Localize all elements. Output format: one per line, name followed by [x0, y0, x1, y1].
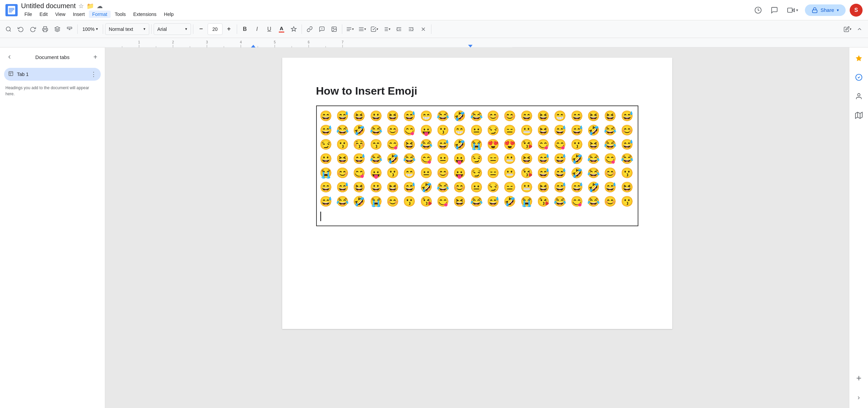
comment-button[interactable]: [768, 4, 780, 16]
title-bar-right: ▾ Share ▾ S: [752, 4, 863, 17]
bold-button[interactable]: B: [239, 23, 251, 35]
menu-edit[interactable]: Edit: [36, 11, 51, 18]
tab-menu-icon[interactable]: ⋮: [91, 71, 97, 78]
user-avatar[interactable]: S: [850, 4, 863, 17]
collapse-toolbar-button[interactable]: [854, 23, 865, 35]
emoji-content[interactable]: 😄 😅 😆 😀 😆 😅 😁 😂 🤣 😂 😊 😊 😄 😆 😁 😄 😆 😆 😅 😅 …: [316, 105, 638, 226]
menu-bar: File Edit View Insert Format Tools Exten…: [21, 11, 752, 18]
svg-rect-3: [9, 9, 14, 10]
menu-format[interactable]: Format: [89, 11, 111, 18]
style-selector[interactable]: Normal text ▾: [105, 23, 149, 35]
svg-rect-2: [9, 8, 14, 8]
emoji-row-6: 😄 😅 😆 😀 😆 😅 🤣 😂 😊 😐 😏 😑 😬 😆 😅 😅 🤣 😅 😆: [320, 180, 635, 194]
text-color-button[interactable]: A: [276, 23, 287, 35]
document-heading[interactable]: How to Insert Emoji: [316, 85, 638, 97]
svg-rect-4: [9, 10, 13, 11]
document-tabs-title: Document tabs: [35, 54, 70, 60]
underline-button[interactable]: U: [264, 23, 275, 35]
title-area: Untitled document ☆ 📁 ☁ File Edit View I…: [21, 2, 752, 18]
insert-comment-button[interactable]: [316, 23, 328, 35]
svg-rect-8: [788, 8, 792, 12]
svg-rect-5: [9, 12, 12, 12]
font-size-input[interactable]: [208, 23, 223, 35]
menu-file[interactable]: File: [21, 11, 36, 18]
collapse-panel-button[interactable]: ›: [852, 390, 866, 404]
highlight-color-button[interactable]: [288, 23, 300, 35]
video-call-button[interactable]: ▾: [785, 5, 801, 15]
history-button[interactable]: [752, 4, 764, 16]
zoom-value: 100%: [82, 26, 95, 32]
docs-logo-icon: [5, 4, 18, 16]
line-spacing-button[interactable]: ▾: [356, 23, 368, 35]
font-size-control: − +: [195, 23, 235, 35]
svg-text:7: 7: [342, 40, 344, 44]
svg-rect-9: [812, 10, 817, 13]
emoji-row-2: 😅 😂 🤣 😂 😊 😋 😛 😗 😁 😐 😏 😑 😬 😆 😅 😅 🤣 😂 😊: [320, 123, 635, 137]
spellcheck-button[interactable]: [52, 23, 63, 35]
italic-button[interactable]: I: [251, 23, 263, 35]
style-chevron-icon: ▾: [143, 27, 146, 31]
toolbar-divider-8: [431, 24, 431, 34]
menu-view[interactable]: View: [52, 11, 69, 18]
cloud-save-icon[interactable]: ☁: [97, 2, 103, 10]
document-title[interactable]: Untitled document: [21, 2, 76, 10]
svg-point-67: [857, 94, 860, 96]
menu-tools[interactable]: Tools: [111, 11, 129, 18]
font-value: Arial: [157, 26, 167, 32]
indent-increase-button[interactable]: [405, 23, 417, 35]
emoji-row-3: 😏 😗 😚 😙 😋 😆 😂 😅 🤣 😭 😍 😍 😘 😋 😋 😗 😆 😂 😅: [320, 137, 635, 152]
align-button[interactable]: ▾: [344, 23, 356, 35]
share-label: Share: [821, 7, 834, 13]
tasks-button[interactable]: [852, 71, 866, 84]
svg-marker-65: [855, 55, 862, 61]
toolbar-divider-1: [77, 24, 78, 34]
svg-text:3: 3: [206, 40, 208, 44]
notifications-button[interactable]: [852, 52, 866, 65]
title-bar: Untitled document ☆ 📁 ☁ File Edit View I…: [0, 0, 868, 20]
font-size-increase-button[interactable]: +: [223, 23, 235, 35]
insert-image-button[interactable]: [328, 23, 340, 35]
document-page[interactable]: How to Insert Emoji 😄 😅 😆 😀 😆 😅 😁 😂 🤣 😂 …: [282, 58, 672, 329]
clear-formatting-button[interactable]: [418, 23, 429, 35]
edit-mode-button[interactable]: ▾: [842, 23, 853, 35]
font-selector[interactable]: Arial ▾: [154, 23, 191, 35]
share-button[interactable]: Share ▾: [805, 4, 846, 16]
font-size-decrease-button[interactable]: −: [195, 23, 207, 35]
svg-marker-7: [792, 8, 794, 12]
zoom-selector[interactable]: 100% ▾: [80, 23, 101, 35]
folder-icon[interactable]: 📁: [86, 2, 94, 10]
right-panel: ›: [849, 47, 868, 408]
indent-decrease-button[interactable]: [393, 23, 405, 35]
search-button[interactable]: [3, 23, 14, 35]
paint-format-button[interactable]: [64, 23, 75, 35]
redo-button[interactable]: [27, 23, 39, 35]
main-layout: Document tabs + Tab 1 ⋮ Headings you add…: [0, 47, 868, 408]
maps-button[interactable]: [852, 109, 866, 122]
emoji-row-5: 😭 😊 😋 😛 😗 😁 😐 😊 😛 😏 😑 😬 😘 😅 😅 🤣 😂 😊 😗: [320, 166, 635, 180]
star-icon[interactable]: ☆: [78, 2, 84, 10]
svg-text:2: 2: [172, 40, 174, 44]
style-value: Normal text: [109, 26, 133, 32]
add-tab-button[interactable]: +: [90, 52, 101, 62]
list-button[interactable]: ▾: [381, 23, 392, 35]
document-area[interactable]: How to Insert Emoji 😄 😅 😆 😀 😆 😅 😁 😂 🤣 😂 …: [105, 47, 849, 408]
undo-button[interactable]: [15, 23, 26, 35]
menu-extensions[interactable]: Extensions: [130, 11, 160, 18]
link-button[interactable]: [304, 23, 315, 35]
sidebar-header: Document tabs +: [4, 52, 101, 62]
back-button[interactable]: [4, 52, 15, 62]
svg-text:5: 5: [274, 40, 276, 44]
add-panel-button[interactable]: [852, 371, 866, 385]
menu-help[interactable]: Help: [160, 11, 177, 18]
tab-item[interactable]: Tab 1 ⋮: [4, 68, 101, 81]
checklist-button[interactable]: ▾: [369, 23, 380, 35]
print-button[interactable]: [39, 23, 51, 35]
zoom-chevron-icon: ▾: [96, 27, 98, 31]
menu-insert[interactable]: Insert: [70, 11, 88, 18]
toolbar-divider-5: [237, 24, 237, 34]
contacts-button[interactable]: [852, 90, 866, 103]
font-chevron-icon: ▾: [185, 27, 187, 31]
svg-line-11: [9, 30, 11, 31]
svg-text:6: 6: [308, 40, 310, 44]
emoji-row-4: 😀 😆 😅 😂 🤣 😂 😋 😐 😛 😏 😑 😬 😆 😅 😅 🤣 😂 😋 😂: [320, 152, 635, 166]
